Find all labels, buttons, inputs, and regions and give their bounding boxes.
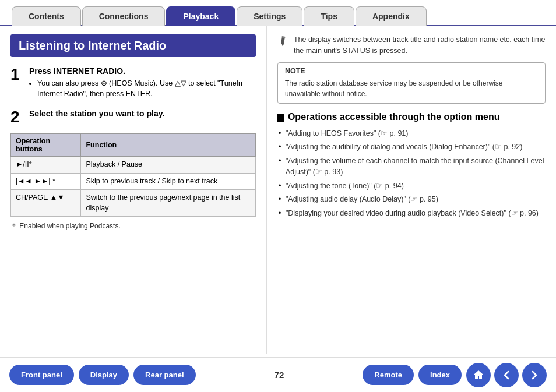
back-button[interactable] xyxy=(494,363,519,387)
tab-connections[interactable]: Connections xyxy=(82,6,166,26)
table-row: |◄◄ ►►| * Skip to previous track / Skip … xyxy=(11,173,256,190)
top-navigation: Contents Connections Playback Settings T… xyxy=(0,0,556,26)
section-title-text: Operations accessible through the option… xyxy=(288,112,500,122)
list-item: "Adjusting the tone (Tone)" (☞ p. 94) xyxy=(277,181,546,192)
page-title: Listening to Internet Radio xyxy=(10,34,256,57)
table-row: ►/II* Playback / Pause xyxy=(11,157,256,174)
step-2-number: 2 xyxy=(10,109,23,125)
options-list: "Adding to HEOS Favorites" (☞ p. 91) "Ad… xyxy=(277,128,546,219)
pencil-note-container: The display switches between track title… xyxy=(277,34,546,56)
display-button[interactable]: Display xyxy=(79,365,129,385)
step-1-content: Press INTERNET RADIO. You can also press… xyxy=(29,66,256,101)
table-cell-button-2: |◄◄ ►►| * xyxy=(11,173,81,190)
list-item: "Adjusting the audibility of dialog and … xyxy=(277,142,546,153)
step-2-instruction: Select the station you want to play. xyxy=(29,109,164,118)
pencil-icon xyxy=(277,36,289,47)
step-2: 2 Select the station you want to play. xyxy=(10,109,256,125)
right-column: The display switches between track title… xyxy=(267,26,556,354)
table-cell-func-2: Skip to previous track / Skip to next tr… xyxy=(81,173,255,190)
rear-panel-button[interactable]: Rear panel xyxy=(133,365,195,385)
table-cell-func-3: Switch to the previous page/next page in… xyxy=(81,190,255,217)
operation-table: Operation buttons Function ►/II* Playbac… xyxy=(10,133,256,217)
note-box: NOTE The radio station database service … xyxy=(277,62,546,104)
front-panel-button[interactable]: Front panel xyxy=(9,365,74,385)
table-cell-button-1: ►/II* xyxy=(11,157,81,174)
table-cell-button-3: CH/PAGE ▲▼ xyxy=(11,190,81,217)
page-number: 72 xyxy=(207,370,351,380)
step-2-content: Select the station you want to play. xyxy=(29,109,256,118)
section-title: Operations accessible through the option… xyxy=(277,112,546,122)
bottom-navigation: Front panel Display Rear panel 72 Remote… xyxy=(0,357,556,392)
tab-appendix[interactable]: Appendix xyxy=(356,6,427,26)
step-1: 1 Press INTERNET RADIO. You can also pre… xyxy=(10,66,256,101)
tab-settings[interactable]: Settings xyxy=(237,6,302,26)
forward-arrow-icon xyxy=(529,370,540,380)
main-content: Listening to Internet Radio 1 Press INTE… xyxy=(0,26,556,354)
list-item: "Adjusting audio delay (Audio Delay)" (☞… xyxy=(277,194,546,205)
table-row: CH/PAGE ▲▼ Switch to the previous page/n… xyxy=(11,190,256,217)
table-footnote: ＊ Enabled when playing Podcasts. xyxy=(10,221,256,231)
step-1-number: 1 xyxy=(10,66,23,83)
table-header-buttons: Operation buttons xyxy=(11,134,81,157)
tab-playback[interactable]: Playback xyxy=(166,6,235,26)
tab-tips[interactable]: Tips xyxy=(304,6,354,26)
section-icon xyxy=(277,114,284,122)
home-button[interactable] xyxy=(466,363,491,387)
tab-contents[interactable]: Contents xyxy=(12,6,81,26)
note-box-text: The radio station database service may b… xyxy=(285,78,538,99)
svg-marker-1 xyxy=(281,44,284,47)
back-arrow-icon xyxy=(501,370,512,380)
index-button[interactable]: Index xyxy=(418,365,462,385)
list-item: "Adding to HEOS Favorites" (☞ p. 91) xyxy=(277,128,546,139)
step-1-note: You can also press ⊕ (HEOS Music). Use △… xyxy=(37,79,256,99)
note-box-label: NOTE xyxy=(285,67,538,75)
forward-button[interactable] xyxy=(522,363,547,387)
list-item: "Displaying your desired video during au… xyxy=(277,208,546,219)
step-1-instruction: Press INTERNET RADIO. xyxy=(29,66,125,76)
remote-button[interactable]: Remote xyxy=(363,365,414,385)
list-item: "Adjusting the volume of each channel to… xyxy=(277,156,546,178)
table-header-function: Function xyxy=(81,134,255,157)
table-cell-func-1: Playback / Pause xyxy=(81,157,255,174)
left-column: Listening to Internet Radio 1 Press INTE… xyxy=(0,26,267,354)
nav-icon-buttons xyxy=(466,363,547,387)
home-icon xyxy=(473,369,484,381)
pencil-note-text: The display switches between track title… xyxy=(294,34,546,56)
